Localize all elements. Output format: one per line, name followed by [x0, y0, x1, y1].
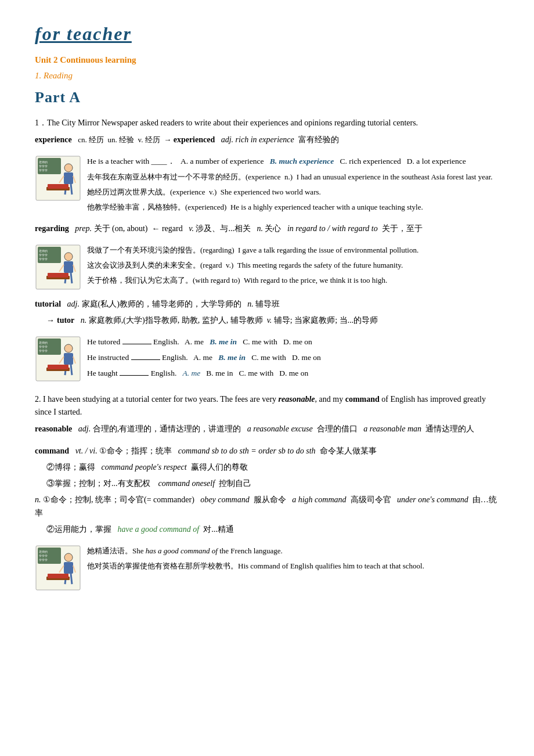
command-vocab-line4: n. ①命令；控制, 统率；司令官(= commander) obey comm… [35, 493, 499, 521]
svg-text:学学学: 学学学 [39, 168, 48, 172]
svg-line-23 [71, 273, 72, 283]
svg-point-18 [64, 253, 73, 261]
svg-text:老师的: 老师的 [39, 550, 48, 553]
svg-line-36 [71, 365, 72, 375]
command-vocab-line1: command vt. / vi. ①命令；指挥；统率 command sb t… [35, 444, 499, 458]
command-vocab-section: command vt. / vi. ①命令；指挥；统率 command sb t… [35, 444, 499, 537]
svg-rect-6 [64, 172, 73, 184]
svg-point-44 [64, 553, 73, 561]
svg-rect-19 [64, 261, 73, 273]
tutorial-example-text: He tutored English. A. me B. me in C. me… [87, 336, 499, 383]
svg-rect-38 [48, 365, 68, 369]
command-vocab-line2: ②博得；赢得 command people's respect 赢得人们的尊敬 [46, 460, 499, 474]
svg-rect-25 [48, 273, 68, 278]
regarding-vocab-section: regarding prep. 关于 (on, about) ← regard … [35, 222, 499, 236]
command-vocab-line5: ②运用能力，掌握 have a good command of 对...精通 [46, 523, 499, 537]
svg-line-49 [71, 574, 72, 584]
tutorial-vocab-line: tutorial adj. 家庭(私人)教师的，辅导老师的，大学导师的 n. 辅… [35, 297, 499, 311]
part-a-heading: Part A [35, 89, 499, 106]
svg-point-31 [64, 344, 73, 352]
question-1-text: 1．The City Mirror Newspaper asked reader… [35, 117, 499, 129]
experience-vocab-section: experience cn. 经历 un. 经验 v. 经历 → experie… [35, 133, 499, 147]
tutorial-example-block: 老师的 学学学 学学学 He tutored English. A. me B.… [35, 336, 499, 383]
tutor-line: →tutor n. 家庭教师,(大学)指导教师, 助教, 监护人, 辅导教师 v… [46, 314, 499, 327]
main-title: for teacher [35, 23, 499, 45]
regarding-example-text: 我做了一个有关环境污染的报告。(regarding) I gave a talk… [87, 244, 499, 289]
svg-point-5 [64, 164, 73, 172]
svg-text:老师的: 老师的 [39, 160, 48, 164]
reasonable-vocab-section: reasonable adj. 合理的,有道理的，通情达理的，讲道理的 a re… [35, 422, 499, 436]
svg-text:学学学: 学学学 [39, 558, 48, 561]
teacher-illustration-1: 老师的 学学学 学学学 [35, 155, 81, 201]
svg-text:老师的: 老师的 [39, 249, 48, 253]
experience-vocab-line: experience cn. 经历 un. 经验 v. 经历 → experie… [35, 133, 499, 147]
svg-rect-51 [48, 574, 68, 578]
section-heading: 1. Reading [35, 71, 499, 81]
experience-example-text: He is a teacher with ____． A. a number o… [87, 155, 499, 216]
unit-heading: Unit 2 Continuous learning [35, 55, 499, 65]
teacher-illustration-4: 老师的 学学学 学学学 [35, 545, 81, 591]
svg-rect-45 [64, 562, 73, 574]
question-2-block: 2. I have been studying at a tutorial ce… [35, 393, 499, 591]
teacher-illustration-3: 老师的 学学学 学学学 [35, 336, 81, 382]
svg-text:学学学: 学学学 [39, 253, 48, 257]
svg-text:学学学: 学学学 [39, 345, 48, 348]
svg-rect-32 [64, 353, 73, 365]
svg-text:老师的: 老师的 [39, 341, 48, 344]
command-example-text: 她精通法语。She has a good command of the Fren… [87, 545, 499, 575]
regarding-vocab-line: regarding prep. 关于 (on, about) ← regard … [35, 222, 499, 236]
command-vocab-line3: ③掌握；控制；对...有支配权 command oneself 控制自己 [46, 477, 499, 491]
tutorial-vocab-section: tutorial adj. 家庭(私人)教师的，辅导老师的，大学导师的 n. 辅… [35, 297, 499, 327]
question-1-block: 1．The City Mirror Newspaper asked reader… [35, 117, 499, 383]
reasonable-vocab-line: reasonable adj. 合理的,有道理的，通情达理的，讲道理的 a re… [35, 422, 499, 436]
svg-text:学学学: 学学学 [39, 349, 48, 352]
experience-example-block: 老师的 学学学 学学学 He is a teacher with ____． A… [35, 155, 499, 216]
regarding-example-block: 老师的 学学学 学学学 我做了一个有关环境污染的报告。(regarding) I… [35, 244, 499, 290]
teacher-illustration-2: 老师的 学学学 学学学 [35, 244, 81, 290]
svg-text:学学学: 学学学 [39, 164, 48, 168]
question-2-text: 2. I have been studying at a tutorial ce… [35, 393, 499, 419]
command-example-block: 老师的 学学学 学学学 她精通法语。She has a good command… [35, 545, 499, 591]
svg-line-10 [71, 184, 72, 195]
svg-text:学学学: 学学学 [39, 554, 48, 557]
svg-text:学学学: 学学学 [39, 257, 48, 261]
svg-rect-12 [48, 184, 68, 189]
